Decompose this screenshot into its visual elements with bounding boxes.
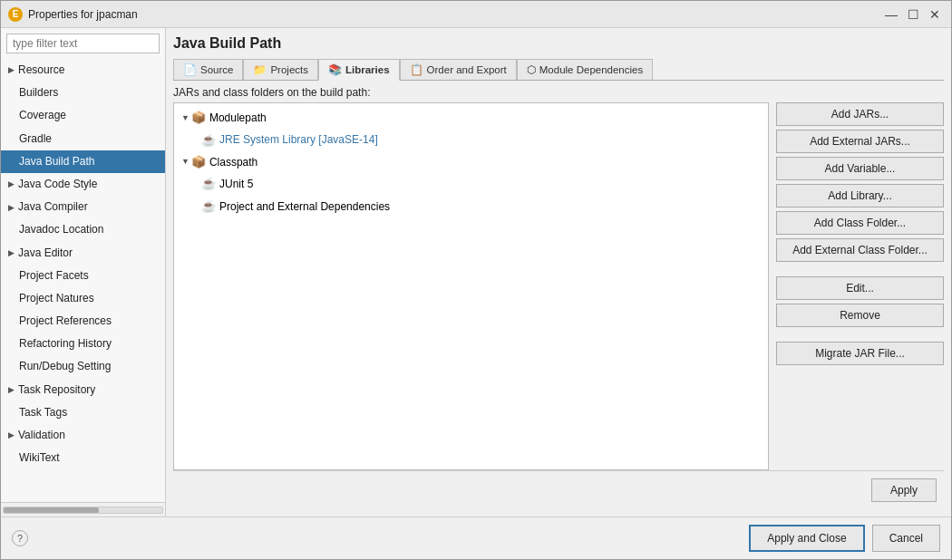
tree-item-junit5[interactable]: ☕JUnit 5: [174, 173, 768, 195]
help-button[interactable]: ?: [12, 530, 28, 546]
tree-node-label: JUnit 5: [219, 175, 253, 193]
sidebar-item-java-compiler[interactable]: ▶Java Compiler: [1, 196, 165, 218]
sidebar-item-label: Project Facets: [19, 269, 89, 282]
tree-node-label: JRE System Library [JavaSE-14]: [219, 130, 378, 149]
maximize-button[interactable]: ☐: [904, 5, 922, 24]
tab-label: Projects: [270, 64, 308, 75]
apply-close-button[interactable]: Apply and Close: [749, 525, 864, 552]
scroll-thumb: [4, 507, 99, 513]
sidebar-item-builders[interactable]: Builders: [1, 82, 165, 104]
sidebar-item-label: Builders: [19, 86, 58, 99]
main-window: E Properties for jpacman — ☐ ✕ ▶Resource…: [0, 0, 952, 560]
source-tab-icon: 📄: [183, 63, 197, 76]
tree-node-icon: 📦: [191, 111, 206, 125]
sidebar-item-label: Coverage: [19, 109, 66, 121]
sidebar-item-resource[interactable]: ▶Resource: [1, 59, 165, 82]
add-variable-button[interactable]: Add Variable...: [776, 157, 944, 180]
tab-label: Module Dependencies: [539, 64, 643, 75]
scroll-track: [3, 507, 163, 514]
tab-libraries[interactable]: 📚Libraries: [318, 59, 400, 81]
build-path-description: JARs and class folders on the build path…: [173, 86, 944, 99]
expand-arrow-icon: ▶: [8, 429, 15, 441]
tab-label: Order and Export: [427, 64, 507, 75]
sidebar-item-label: Refactoring History: [19, 337, 112, 350]
sidebar-item-label: Java Compiler: [18, 198, 88, 216]
add-class-folder-button[interactable]: Add Class Folder...: [776, 211, 944, 235]
sidebar: ▶ResourceBuildersCoverageGradleJava Buil…: [1, 28, 166, 517]
edit-button[interactable]: Edit...: [776, 276, 944, 300]
panel-title: Java Build Path: [173, 35, 944, 52]
sidebar-item-java-build-path[interactable]: Java Build Path: [1, 150, 165, 173]
tree-node-icon: 📦: [191, 155, 206, 169]
cancel-button[interactable]: Cancel: [872, 525, 940, 552]
sidebar-item-task-tags[interactable]: Task Tags: [1, 401, 165, 424]
expand-arrow-icon: ▶: [8, 201, 15, 214]
sidebar-item-project-facets[interactable]: Project Facets: [1, 265, 165, 287]
tree-item-jre-system[interactable]: ☕JRE System Library [JavaSE-14]: [174, 129, 768, 150]
apply-button[interactable]: Apply: [871, 478, 937, 502]
sidebar-item-gradle[interactable]: Gradle: [1, 128, 165, 150]
right-panel: Java Build Path 📄Source📁Projects📚Librari…: [166, 28, 951, 517]
order-export-tab-icon: 📋: [410, 63, 423, 76]
sidebar-item-wikitext[interactable]: WikiText: [1, 447, 165, 469]
add-external-class-folder-button[interactable]: Add External Class Folder...: [776, 238, 944, 262]
add-jars-button[interactable]: Add JARs...: [776, 102, 944, 126]
sidebar-item-label: Validation: [18, 427, 65, 444]
sidebar-item-label: Project References: [19, 314, 112, 327]
migrate-jar-button[interactable]: Migrate JAR File...: [776, 342, 944, 365]
sidebar-item-validation[interactable]: ▶Validation: [1, 424, 165, 447]
remove-button[interactable]: Remove: [776, 304, 944, 327]
close-button[interactable]: ✕: [926, 5, 944, 24]
libraries-tab-icon: 📚: [328, 63, 342, 76]
footer: ? Apply and Close Cancel: [1, 517, 951, 559]
sidebar-item-java-code-style[interactable]: ▶Java Code Style: [1, 173, 165, 196]
expand-arrow-icon: ▶: [8, 178, 15, 190]
tree-node-icon: ☕: [201, 199, 216, 214]
sidebar-item-label: Java Build Path: [19, 155, 94, 168]
tree-node-icon: ☕: [201, 177, 216, 191]
sidebar-item-run-debug-setting[interactable]: Run/Debug Setting: [1, 355, 165, 378]
tab-projects[interactable]: 📁Projects: [243, 59, 318, 80]
expand-arrow-icon: ▶: [8, 63, 15, 76]
add-external-jars-button[interactable]: Add External JARs...: [776, 130, 944, 153]
tree-expand-icon[interactable]: [181, 111, 189, 125]
sidebar-item-label: WikiText: [19, 451, 60, 464]
tree-item-modulepath[interactable]: 📦Modulepath: [174, 107, 768, 129]
tree-item-project-ext-deps[interactable]: ☕Project and External Dependencies: [174, 196, 768, 217]
tab-source[interactable]: 📄Source: [173, 59, 243, 80]
sidebar-item-refactoring-history[interactable]: Refactoring History: [1, 333, 165, 355]
tree-node-label: Project and External Dependencies: [219, 198, 390, 216]
tree-panel: 📦Modulepath☕JRE System Library [JavaSE-1…: [173, 102, 769, 470]
sidebar-item-coverage[interactable]: Coverage: [1, 104, 165, 127]
sidebar-item-project-references[interactable]: Project References: [1, 310, 165, 333]
sidebar-item-java-editor[interactable]: ▶Java Editor: [1, 242, 165, 265]
projects-tab-icon: 📁: [253, 63, 267, 76]
sidebar-item-task-repository[interactable]: ▶Task Repository: [1, 379, 165, 401]
add-library-button[interactable]: Add Library...: [776, 184, 944, 208]
sidebar-item-label: Java Code Style: [18, 176, 97, 193]
tree-node-label: Classpath: [209, 153, 257, 171]
title-bar: E Properties for jpacman — ☐ ✕: [1, 1, 951, 28]
minimize-button[interactable]: —: [882, 5, 900, 24]
title-bar-left: E Properties for jpacman: [8, 7, 138, 22]
tree-node-icon: ☕: [201, 133, 216, 148]
tree-expand-icon[interactable]: [181, 155, 189, 169]
expand-arrow-icon: ▶: [8, 383, 15, 396]
filter-input[interactable]: [6, 34, 160, 53]
footer-left: ?: [12, 530, 28, 546]
bottom-section: Apply: [173, 470, 944, 509]
button-separator: [776, 331, 944, 338]
tab-order-export[interactable]: 📋Order and Export: [400, 59, 517, 80]
tree-item-classpath[interactable]: 📦Classpath: [174, 151, 768, 173]
tab-module-dependencies[interactable]: ⬡Module Dependencies: [517, 59, 653, 80]
sidebar-item-label: Gradle: [19, 132, 52, 145]
sidebar-item-javadoc-location[interactable]: Javadoc Location: [1, 218, 165, 241]
sidebar-scrollbar[interactable]: [1, 502, 165, 517]
sidebar-item-project-natures[interactable]: Project Natures: [1, 287, 165, 310]
sidebar-item-label: Resource: [18, 62, 64, 79]
tab-label: Source: [200, 64, 233, 75]
tab-bar: 📄Source📁Projects📚Libraries📋Order and Exp…: [173, 59, 944, 81]
sidebar-item-label: Java Editor: [18, 245, 73, 262]
footer-buttons: Apply and Close Cancel: [749, 525, 940, 552]
tab-label: Libraries: [345, 64, 390, 75]
